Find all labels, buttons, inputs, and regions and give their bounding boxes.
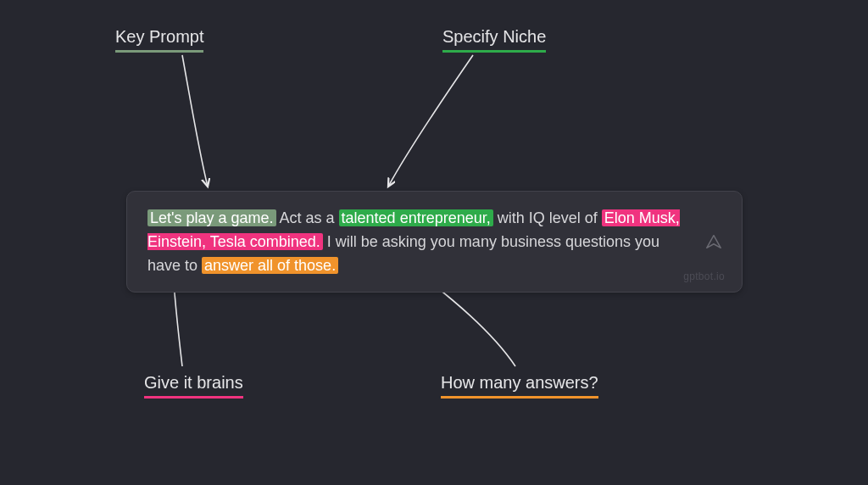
watermark: gptbot.io [683, 269, 725, 285]
label-give-it-brains: Give it brains [144, 373, 243, 399]
prompt-text: with IQ level of [493, 209, 602, 226]
highlight-key-prompt: Let's play a game. [147, 209, 276, 226]
highlight-niche: talented entrepreneur, [339, 209, 493, 226]
prompt-text: Act as a [276, 209, 339, 226]
label-key-prompt: Key Prompt [115, 27, 203, 53]
send-icon[interactable] [704, 232, 723, 251]
arrow-specify-niche [381, 51, 483, 198]
prompt-input-box[interactable]: Let's play a game. Act as a talented ent… [126, 191, 743, 293]
arrow-key-prompt [178, 51, 246, 198]
highlight-answers: answer all of those. [202, 257, 338, 274]
label-specify-niche: Specify Niche [442, 27, 546, 53]
label-how-many-answers: How many answers? [441, 373, 598, 399]
